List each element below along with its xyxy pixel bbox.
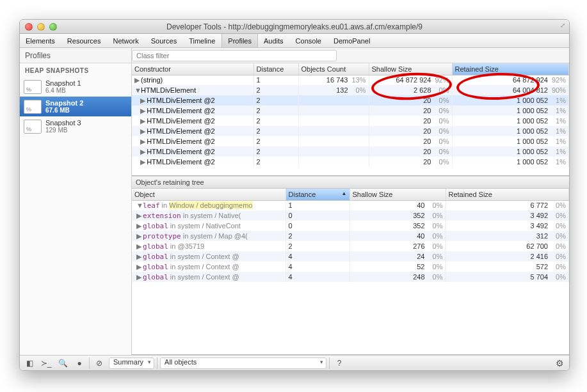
retaining-tree-table[interactable]: Object Distance ▲ Shallow Size Retained … — [132, 189, 569, 282]
profiles-heading: Profiles — [20, 51, 131, 60]
snapshot-icon — [24, 100, 42, 114]
col-shallow-size[interactable]: Shallow Size — [369, 63, 452, 75]
clear-icon[interactable]: ⊘ — [92, 357, 106, 369]
console-icon[interactable]: ≻_ — [39, 357, 53, 369]
snapshot-item[interactable]: Snapshot 267.6 MB — [20, 97, 131, 116]
table-row[interactable]: ▶HTMLDivElement @22200%1 000 0521% — [132, 116, 569, 126]
table-row[interactable]: ▶HTMLDivElement @22200%1 000 0521% — [132, 157, 569, 167]
table-row[interactable]: ▶extension in system / Native(03520%3 49… — [132, 210, 569, 221]
rcol-object[interactable]: Object — [132, 189, 285, 200]
tab-network[interactable]: Network — [107, 34, 145, 47]
col-constructor[interactable]: Constructor — [132, 63, 253, 75]
heap-snapshots-heading: HEAP SNAPSHOTS — [20, 63, 131, 77]
table-row[interactable]: ▶HTMLDivElement @22200%1 000 0521% — [132, 95, 569, 106]
constructors-table[interactable]: Constructor Distance Objects Count Shall… — [132, 63, 569, 167]
dock-icon[interactable]: ◧ — [22, 357, 36, 369]
tab-console[interactable]: Console — [290, 34, 328, 47]
table-row[interactable]: ▼HTMLDivElement21320%2 6280%64 004 81290… — [132, 85, 569, 95]
tab-demopanel[interactable]: DemoPanel — [328, 34, 376, 47]
search-icon[interactable]: 🔍 — [56, 357, 70, 369]
record-icon[interactable]: ● — [72, 357, 86, 369]
rcol-shallow[interactable]: Shallow Size — [350, 189, 446, 200]
tab-profiles[interactable]: Profiles — [221, 34, 258, 47]
filter-select[interactable]: All objects — [160, 357, 326, 369]
rcol-distance[interactable]: Distance ▲ — [285, 189, 350, 200]
col-objects-count[interactable]: Objects Count — [298, 63, 369, 75]
sidebar: Profiles HEAP SNAPSHOTS Snapshot 16.4 MB… — [20, 48, 132, 355]
help-button[interactable]: ? — [332, 357, 346, 369]
snapshot-icon — [24, 120, 42, 134]
col-retained-size[interactable]: Retained Size — [452, 63, 569, 75]
tab-timeline[interactable]: Timeline — [183, 34, 221, 47]
retaining-tree-heading: Object's retaining tree — [132, 176, 569, 189]
table-row[interactable]: ▶HTMLDivElement @22200%1 000 0521% — [132, 136, 569, 146]
devtools-window: Developer Tools - http://debuggingmemory… — [19, 19, 570, 371]
table-row[interactable]: ▶global in @3571922760%62 7000% — [132, 241, 569, 251]
col-distance[interactable]: Distance — [253, 63, 298, 75]
view-select[interactable]: Summary — [109, 357, 154, 369]
table-row[interactable]: ▶HTMLDivElement @22200%1 000 0521% — [132, 126, 569, 136]
table-row[interactable]: ▶global in system / Context @42480%5 704… — [132, 272, 569, 282]
table-row[interactable]: ▶HTMLDivElement @22200%1 000 0521% — [132, 146, 569, 157]
snapshot-icon — [24, 80, 42, 94]
bottom-toolbar: ◧ ≻_ 🔍 ● ⊘ Summary All objects ? ⚙ — [20, 355, 569, 370]
class-filter-input[interactable] — [132, 50, 337, 61]
expand-icon[interactable]: ⤢ — [560, 22, 565, 29]
tab-resources[interactable]: Resources — [61, 34, 108, 47]
main-panel: Constructor Distance Objects Count Shall… — [132, 48, 569, 355]
table-row[interactable]: ▶(string)116 74313%64 872 92492%64 872 9… — [132, 75, 569, 85]
titlebar[interactable]: Developer Tools - http://debuggingmemory… — [20, 20, 569, 34]
gear-icon[interactable]: ⚙ — [552, 357, 567, 369]
snapshot-item[interactable]: Snapshot 16.4 MB — [20, 77, 131, 97]
tab-elements[interactable]: Elements — [20, 34, 61, 47]
table-row[interactable]: ▶global in system / NativeCont03520%3 49… — [132, 221, 569, 231]
table-row[interactable]: ▶global in system / Context @4520%5720% — [132, 262, 569, 272]
table-row[interactable]: ▶HTMLDivElement @22200%1 000 0521% — [132, 106, 569, 116]
window-title: Developer Tools - http://debuggingmemory… — [20, 22, 569, 31]
tab-audits[interactable]: Audits — [258, 34, 290, 47]
tab-sources[interactable]: Sources — [145, 34, 183, 47]
table-row[interactable]: ▶global in system / Context @4240%2 4160… — [132, 251, 569, 262]
snapshot-item[interactable]: Snapshot 3129 MB — [20, 116, 131, 136]
table-row[interactable]: ▼leaf in Window / debuggingmemo1400%6 77… — [132, 200, 569, 210]
rcol-retained[interactable]: Retained Size — [446, 189, 569, 200]
panel-tabs: ElementsResourcesNetworkSourcesTimelineP… — [20, 34, 569, 48]
table-row[interactable]: ▶prototype in system / Map @4(2400%3120% — [132, 231, 569, 241]
